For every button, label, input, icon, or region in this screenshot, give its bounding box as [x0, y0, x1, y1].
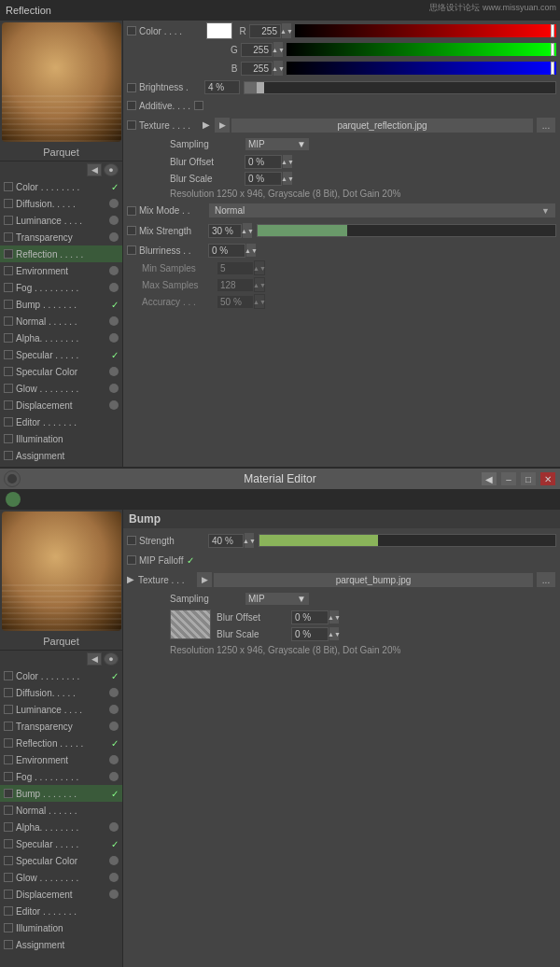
r-bar[interactable]: [295, 24, 556, 37]
color-row-check[interactable]: [127, 26, 136, 35]
nav-circle[interactable]: ●: [104, 163, 119, 176]
additive-check[interactable]: [127, 101, 136, 110]
sidebar-item-reflection[interactable]: Reflection . . . . .: [0, 245, 122, 262]
b-sidebar-environment[interactable]: Environment: [0, 751, 122, 768]
bump-blur-offset-val[interactable]: [291, 610, 329, 624]
mip-tick: ✓: [187, 555, 194, 566]
bump-strength-val[interactable]: [208, 534, 244, 548]
sidebar-item-bump[interactable]: Bump . . . . . . . ✓: [0, 296, 122, 313]
mix-strength-val[interactable]: [208, 224, 242, 238]
b-input[interactable]: [241, 62, 273, 76]
bump-strength-track[interactable]: [259, 534, 556, 547]
bottom-nav-prev[interactable]: ◀: [87, 652, 102, 666]
g-bar[interactable]: [287, 43, 556, 56]
sidebar-item-displacement[interactable]: Displacement: [0, 397, 122, 413]
bump-blur-scale-val[interactable]: [291, 627, 329, 641]
color-swatch[interactable]: [206, 22, 232, 39]
tb-minimize-btn[interactable]: –: [500, 471, 517, 486]
texture-filename[interactable]: parquet_reflection.jpg: [231, 118, 534, 133]
mix-mode-select[interactable]: Normal ▼: [208, 203, 556, 218]
b-sidebar-normal[interactable]: Normal . . . . . .: [0, 802, 122, 819]
b-sidebar-assignment[interactable]: Assignment: [0, 936, 122, 953]
g-input[interactable]: [241, 43, 273, 57]
blur-scale-val[interactable]: [245, 172, 282, 186]
bump-tex-filename[interactable]: parquet_bump.jpg: [213, 572, 534, 588]
additive-toggle[interactable]: [194, 101, 203, 110]
tb-maximize-btn[interactable]: □: [520, 471, 537, 486]
sidebar-item-environment[interactable]: Environment: [0, 262, 122, 279]
blurriness-spin[interactable]: ▲▼: [245, 243, 257, 258]
b-sidebar-bump[interactable]: Bump . . . . . . . ✓: [0, 785, 122, 802]
mix-strength-track[interactable]: [257, 224, 556, 237]
sidebar-item-illumination[interactable]: Illumination: [0, 430, 122, 447]
bottom-nav-circle[interactable]: ●: [104, 652, 119, 666]
b-spin[interactable]: ▲▼: [273, 60, 284, 77]
max-samples-val[interactable]: [217, 278, 254, 292]
b-sidebar-editor[interactable]: Editor . . . . . . .: [0, 903, 122, 919]
sidebar-item-specular-color[interactable]: Specular Color: [0, 363, 122, 380]
brightness-fill: [245, 82, 257, 93]
mix-strength-spin[interactable]: ▲▼: [242, 222, 253, 239]
b-sidebar-glow[interactable]: Glow . . . . . . . .: [0, 869, 122, 886]
sidebar-item-transparency[interactable]: Transparency: [0, 229, 122, 245]
b-sidebar-transparency[interactable]: Transparency: [0, 718, 122, 735]
b-sidebar-color[interactable]: Color . . . . . . . . ✓: [0, 667, 122, 684]
texture-more-btn[interactable]: ...: [536, 117, 556, 133]
b-sidebar-fog[interactable]: Fog . . . . . . . . .: [0, 768, 122, 785]
brightness-val[interactable]: [204, 80, 240, 94]
bump-tex-more-btn[interactable]: ...: [536, 571, 556, 588]
bump-sampling-select[interactable]: MIP ▼: [245, 592, 310, 606]
max-samples-spin[interactable]: ▲▼: [254, 277, 265, 292]
min-samples-val[interactable]: [217, 261, 254, 275]
blur-scale-spin[interactable]: ▲▼: [282, 171, 293, 186]
brightness-check[interactable]: [127, 83, 136, 92]
sidebar-item-alpha[interactable]: Alpha. . . . . . . .: [0, 329, 122, 346]
sidebar-item-color[interactable]: Color . . . . . . . . ✓: [0, 178, 122, 195]
tb-close-btn[interactable]: ✕: [539, 471, 556, 486]
b-sidebar-illumination[interactable]: Illumination: [0, 919, 122, 936]
b-sidebar-luminance[interactable]: Luminance . . . .: [0, 701, 122, 718]
bump-tex-play-btn[interactable]: ▶: [196, 571, 213, 588]
brightness-track[interactable]: [244, 81, 556, 94]
sampling-select[interactable]: MIP ▼: [245, 137, 310, 151]
accuracy-val[interactable]: [217, 295, 254, 309]
mix-strength-check[interactable]: [127, 226, 136, 235]
bump-strength-spin[interactable]: ▲▼: [244, 532, 255, 549]
bump-blur-offset-spin[interactable]: ▲▼: [329, 610, 340, 624]
blurriness-check[interactable]: [127, 245, 136, 255]
sidebar-item-diffusion[interactable]: Diffusion. . . . .: [0, 195, 122, 212]
mix-mode-check[interactable]: [127, 206, 136, 216]
bump-blur-scale-spin[interactable]: ▲▼: [329, 626, 340, 641]
texture-triangle[interactable]: ▶: [203, 119, 214, 131]
texture-play-btn[interactable]: ▶: [214, 117, 231, 133]
bump-tex-triangle[interactable]: ▶: [127, 574, 138, 585]
min-samples-spin[interactable]: ▲▼: [254, 260, 265, 275]
texture-check[interactable]: [127, 120, 136, 130]
blur-offset-spin[interactable]: ▲▼: [282, 154, 293, 169]
b-sidebar-alpha[interactable]: Alpha. . . . . . . .: [0, 819, 122, 835]
b-sidebar-specular[interactable]: Specular . . . . . ✓: [0, 835, 122, 852]
sidebar-item-assignment[interactable]: Assignment: [0, 447, 122, 464]
b-sidebar-specular-color[interactable]: Specular Color: [0, 852, 122, 869]
b-bar[interactable]: [287, 62, 556, 75]
bump-strength-check[interactable]: [127, 536, 136, 545]
tb-back-btn[interactable]: ◀: [481, 471, 497, 486]
r-input[interactable]: [249, 24, 281, 38]
sidebar-item-editor[interactable]: Editor . . . . . . .: [0, 413, 122, 430]
r-spin[interactable]: ▲▼: [281, 22, 292, 39]
b-sidebar-diffusion[interactable]: Diffusion. . . . .: [0, 684, 122, 701]
blurriness-val[interactable]: [208, 244, 245, 258]
sidebar-item-normal[interactable]: Normal . . . . . .: [0, 313, 122, 329]
additive-label: Additive. . . .: [139, 101, 190, 111]
b-sidebar-reflection[interactable]: Reflection . . . . . ✓: [0, 735, 122, 751]
sidebar-item-specular[interactable]: Specular . . . . . ✓: [0, 346, 122, 363]
g-spin[interactable]: ▲▼: [273, 41, 284, 58]
nav-prev[interactable]: ◀: [87, 163, 102, 176]
blur-offset-val[interactable]: [245, 155, 282, 169]
accuracy-spin[interactable]: ▲▼: [254, 294, 265, 309]
sidebar-item-luminance[interactable]: Luminance . . . .: [0, 212, 122, 229]
sidebar-item-fog[interactable]: Fog . . . . . . . . .: [0, 279, 122, 296]
mip-check[interactable]: [127, 555, 136, 565]
b-sidebar-displacement[interactable]: Displacement: [0, 886, 122, 903]
sidebar-item-glow[interactable]: Glow . . . . . . . .: [0, 380, 122, 397]
